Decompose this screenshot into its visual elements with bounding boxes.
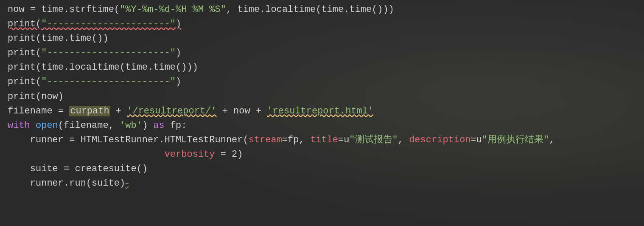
- code-line-3: print(time.time()): [8, 31, 644, 46]
- code-line-13: runner.run(suite)~: [8, 176, 644, 191]
- code-line-7: print(now): [8, 90, 644, 104]
- code-line-8: filename = curpath + '/resultreport/' + …: [8, 104, 644, 119]
- code-line-12: suite = createsuite(): [8, 162, 644, 176]
- code-line-4: print("----------------------"): [8, 46, 644, 60]
- code-line-2: print("----------------------"): [8, 17, 644, 31]
- code-line-6: print("----------------------"): [8, 75, 644, 89]
- code-line-11: verbosity = 2): [8, 147, 644, 162]
- code-line-5: print(time.localtime(time.time())): [8, 60, 644, 75]
- code-line-10: runner = HTMLTestRunner.HTMLTestRunner(s…: [8, 133, 644, 147]
- code-line-1: now = time.strftime("%Y-%m-%d-%H %M %S",…: [8, 3, 644, 17]
- code-editor: now = time.strftime("%Y-%m-%d-%H %M %S",…: [0, 0, 644, 193]
- code-line-9: with open(filename, 'wb') as fp:: [8, 119, 644, 133]
